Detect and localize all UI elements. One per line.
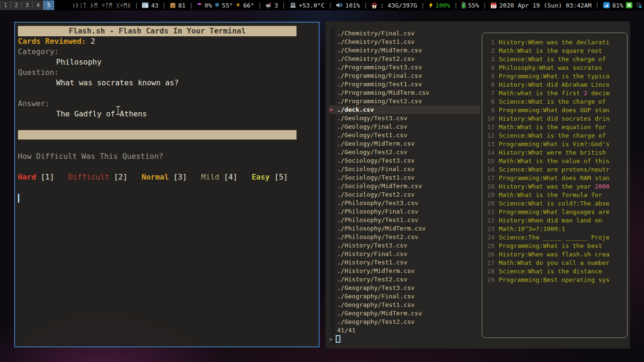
- difficulty-option-difficult[interactable]: Difficult [2]: [68, 173, 127, 181]
- file-item[interactable]: ./Philosophy/Final.csv: [329, 207, 480, 216]
- file-path: ./Chemistry/Final.csv: [337, 29, 414, 38]
- file-item[interactable]: ./Geology/Test1.csv: [329, 131, 480, 140]
- workspace-button[interactable]: 4: [33, 0, 43, 10]
- separator: |: [421, 2, 425, 9]
- cards-reviewed-label: Cards Reviewed:: [18, 37, 86, 46]
- file-item[interactable]: ./Geology/Test3.csv: [329, 114, 480, 123]
- file-item[interactable]: ./Chemistry/MidTerm.csv: [329, 46, 480, 55]
- preview-line: 19Math:What is the formula for: [482, 191, 627, 199]
- preview-text: Science:What are protons/neutr: [499, 166, 610, 173]
- line-number: 18: [482, 182, 495, 191]
- file-path: ./Geography/Test1.csv: [337, 301, 414, 309]
- file-item[interactable]: ./Geography/Test2.csv: [329, 318, 480, 326]
- file-path: ./deck.csv: [337, 106, 374, 114]
- file-path: ./Philosophy/Test3.csv: [337, 199, 418, 207]
- file-path: ./Geology/Test2.csv: [337, 148, 407, 156]
- file-path: ./Sociology/Test3.csv: [337, 156, 414, 165]
- file-item[interactable]: ./Chemistry/Test1.csv: [329, 38, 480, 46]
- pointer-icon: [329, 114, 337, 123]
- file-item[interactable]: ./Geography/MidTerm.csv: [329, 309, 480, 318]
- preview-text: Math:What is the formula for: [499, 191, 602, 198]
- difficulty-option-easy[interactable]: Easy [5]: [252, 173, 288, 181]
- file-item[interactable]: ./Programming/Test2.csv: [329, 97, 480, 106]
- preview-text: History:When was the declarati: [499, 39, 610, 46]
- file-item[interactable]: ./Geology/MidTerm.csv: [329, 140, 480, 148]
- workspace-button[interactable]: 2: [11, 0, 22, 10]
- divider-bar: [18, 130, 297, 140]
- difficulty-option-mild[interactable]: Mild [4]: [201, 173, 238, 181]
- pointer-icon: [329, 224, 337, 233]
- status-value: 81%: [612, 2, 623, 9]
- file-item[interactable]: ./Programming/Test3.csv: [329, 63, 480, 72]
- pointer-icon: [329, 182, 337, 190]
- fzf-prompt[interactable]: >: [329, 335, 340, 344]
- file-item[interactable]: ./Programming/Final.csv: [329, 72, 480, 80]
- file-item[interactable]: ./Philosophy/MidTerm.csv: [329, 224, 480, 233]
- calendar-icon: 17: [490, 2, 497, 8]
- workspace-button[interactable]: 5: [43, 0, 54, 10]
- preview-line: 22History:When did man land on: [482, 216, 627, 225]
- pointer-icon: [329, 63, 337, 72]
- workspace-button[interactable]: 1: [0, 0, 11, 10]
- flashcard-terminal-window[interactable]: Flash.sh - Flash Cards In Your Terminal …: [14, 22, 320, 347]
- file-item[interactable]: ./Geography/Test1.csv: [329, 301, 480, 309]
- file-item[interactable]: ./Sociology/Test3.csv: [329, 156, 480, 165]
- file-item[interactable]: ./Chemistry/Final.csv: [329, 29, 480, 38]
- preview-text: Programming:Best operating sys: [499, 276, 610, 283]
- file-item[interactable]: ./Chemistry/Test2.csv: [329, 55, 480, 63]
- status-value: 2020 Apr 19 (Sun) 03:42AM: [499, 2, 592, 9]
- file-path: ./Programming/Final.csv: [337, 72, 422, 80]
- preview-line: 9Programming:What does OOP stan: [482, 106, 627, 115]
- workspace-switcher: 12345: [0, 0, 54, 10]
- file-item[interactable]: ./History/MidTerm.csv: [329, 267, 480, 275]
- file-item[interactable]: ./Geography/Final.csv: [329, 292, 480, 301]
- pointer-icon: [329, 301, 337, 309]
- status-mail: 3: [265, 2, 278, 9]
- file-item[interactable]: >./deck.csv: [329, 106, 480, 114]
- close-icon[interactable]: [626, 2, 633, 8]
- preview-line: 18History:What was the year 2000: [482, 182, 627, 191]
- cluster-icon[interactable]: [635, 2, 642, 8]
- pointer-icon: [329, 267, 337, 275]
- file-item[interactable]: ./Geology/Test2.csv: [329, 148, 480, 156]
- file-item[interactable]: ./History/Final.csv: [329, 250, 480, 258]
- file-item[interactable]: ./Sociology/Test1.csv: [329, 173, 480, 182]
- file-path: ./History/Test2.csv: [337, 275, 407, 284]
- workspace-button[interactable]: 3: [22, 0, 33, 10]
- laptop-icon: [289, 2, 297, 8]
- window-icon: [142, 2, 149, 8]
- line-number: 15: [482, 157, 495, 165]
- file-item[interactable]: ./Sociology/MidTerm.csv: [329, 182, 480, 190]
- file-item[interactable]: ./Programming/MidTerm.csv: [329, 89, 480, 97]
- file-item[interactable]: ./Geography/Test3.csv: [329, 284, 480, 292]
- bolt-icon: [429, 2, 433, 8]
- option-key: [2]: [109, 173, 128, 181]
- preview-line: 11Math:What is the equation for: [482, 123, 627, 132]
- file-item[interactable]: ./Philosophy/Test2.csv: [329, 233, 480, 241]
- finder-terminal-window[interactable]: ./Chemistry/Final.csv ./Chemistry/Test1.…: [325, 21, 630, 349]
- difficulty-option-normal[interactable]: Normal [3]: [141, 173, 187, 181]
- preview-text: Science:What is cold?:The abse: [499, 200, 610, 207]
- file-item[interactable]: ./Sociology/Final.csv: [329, 165, 480, 173]
- file-path: ./Programming/Test2.csv: [337, 97, 422, 106]
- preview-line: 27Math:What do you call a number: [482, 259, 627, 267]
- file-item[interactable]: ./History/Test2.csv: [329, 275, 480, 284]
- line-number: 28: [482, 267, 495, 276]
- file-item[interactable]: ./Geology/Final.csv: [329, 123, 480, 131]
- input-line[interactable]: [18, 193, 316, 203]
- preview-text: History:When was flash.sh crea: [499, 251, 610, 258]
- preview-line: 13Programming:What is Vim?:God's: [482, 140, 627, 148]
- file-item[interactable]: ./Sociology/Test2.csv: [329, 190, 480, 199]
- preview-line: 5Programming:What is the typica: [482, 72, 627, 81]
- separator: |: [162, 2, 166, 9]
- file-item[interactable]: ./Philosophy/Test3.csv: [329, 199, 480, 207]
- file-path: ./Philosophy/Test1.csv: [337, 216, 418, 224]
- line-number: 7: [482, 89, 495, 98]
- pointer-icon: [329, 156, 337, 165]
- file-path: ./Geography/Test3.csv: [337, 284, 414, 292]
- file-item[interactable]: ./Philosophy/Test1.csv: [329, 216, 480, 224]
- file-item[interactable]: ./History/Test3.csv: [329, 241, 480, 250]
- file-item[interactable]: ./History/Test1.csv: [329, 258, 480, 267]
- difficulty-option-hard[interactable]: Hard [1]: [18, 173, 54, 181]
- file-item[interactable]: ./Programming/Test1.csv: [329, 80, 480, 89]
